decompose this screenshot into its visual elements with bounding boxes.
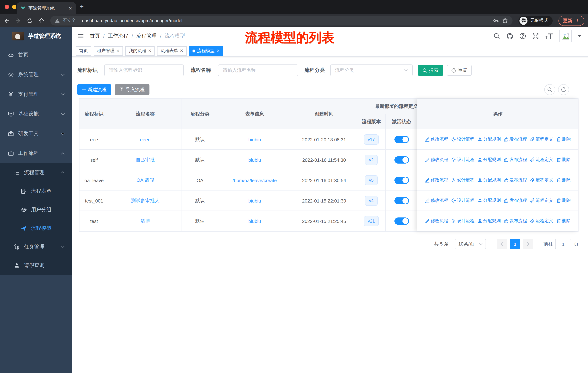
close-window-button[interactable]: [5, 5, 9, 9]
create-process-button[interactable]: 新建流程: [77, 84, 111, 95]
tag-tenant[interactable]: 租户管理✕: [94, 46, 123, 56]
publish-process-link[interactable]: 发布流程: [504, 197, 527, 204]
modify-process-link[interactable]: 修改流程: [425, 218, 448, 224]
delete-link[interactable]: 删除: [556, 157, 571, 163]
design-process-link[interactable]: 设计流程: [451, 218, 474, 224]
process-name-input[interactable]: 请输入流程名称: [218, 64, 298, 76]
active-toggle[interactable]: [394, 177, 409, 184]
cell-process-name[interactable]: 自己审批: [109, 150, 182, 170]
password-key-icon[interactable]: [493, 18, 499, 24]
sidebar-item-process-management[interactable]: 流程管理: [0, 163, 72, 182]
assign-rules-link[interactable]: 分配规则: [477, 218, 501, 224]
url-text[interactable]: dashboard.yudao.iocoder.cn/bpm/manager/m…: [82, 18, 490, 23]
security-label[interactable]: 不安全: [63, 18, 76, 24]
breadcrumb-item-process-management[interactable]: 流程管理: [136, 33, 157, 39]
import-process-button[interactable]: 导入流程: [115, 84, 149, 95]
cell-form-info[interactable]: biubiu: [218, 211, 291, 231]
github-icon[interactable]: [506, 33, 513, 40]
tab-close-icon[interactable]: ✕: [69, 6, 72, 11]
cell-process-name[interactable]: 测试多审批人: [109, 191, 182, 211]
search-button[interactable]: 搜索: [418, 65, 443, 76]
prev-page-button[interactable]: [497, 239, 507, 249]
new-tab-button[interactable]: +: [80, 3, 84, 10]
show-search-button[interactable]: [544, 84, 555, 95]
cell-form-info[interactable]: /bpm/oa/leave/create: [218, 170, 291, 191]
process-id-input[interactable]: 请输入流程标识: [104, 64, 184, 76]
sidebar-item-payment[interactable]: 支付管理: [0, 84, 72, 104]
process-definition-link[interactable]: 流程定义: [530, 157, 553, 163]
sidebar-item-system[interactable]: 系统管理: [0, 65, 72, 84]
update-browser-button[interactable]: 更新 ⋮: [558, 15, 584, 26]
assign-rules-link[interactable]: 分配规则: [477, 197, 501, 204]
bookmark-star-icon[interactable]: [502, 18, 508, 24]
breadcrumb-item-home[interactable]: 首页: [90, 33, 100, 39]
reload-icon[interactable]: [27, 18, 33, 23]
sidebar-item-home[interactable]: 首页: [0, 45, 72, 65]
design-process-link[interactable]: 设计流程: [451, 177, 474, 183]
tag-home[interactable]: 首页: [76, 46, 91, 56]
assign-rules-link[interactable]: 分配规则: [477, 157, 501, 163]
delete-link[interactable]: 删除: [556, 197, 571, 204]
tag-close-icon[interactable]: ✕: [116, 49, 120, 53]
browser-menu-dots-icon[interactable]: ⋮: [575, 18, 580, 23]
caret-down-icon[interactable]: [578, 35, 581, 37]
back-icon[interactable]: [4, 18, 10, 23]
fullscreen-icon[interactable]: [532, 33, 539, 39]
help-icon[interactable]: [519, 33, 526, 39]
delete-link[interactable]: 删除: [556, 177, 571, 183]
cell-process-name[interactable]: 滔博: [109, 211, 182, 231]
reset-button[interactable]: 重置: [447, 65, 472, 76]
next-page-button[interactable]: [523, 239, 533, 249]
page-size-select[interactable]: 10条/页: [455, 239, 486, 249]
home-icon[interactable]: [39, 18, 44, 23]
tag-close-icon[interactable]: ✕: [216, 49, 220, 53]
design-process-link[interactable]: 设计流程: [451, 197, 474, 204]
modify-process-link[interactable]: 修改流程: [425, 157, 448, 163]
refresh-table-button[interactable]: [558, 84, 569, 95]
process-definition-link[interactable]: 流程定义: [530, 218, 553, 224]
font-size-icon[interactable]: [545, 33, 553, 39]
publish-process-link[interactable]: 发布流程: [504, 136, 527, 142]
sidebar-item-process-form[interactable]: 流程表单: [0, 182, 72, 200]
modify-process-link[interactable]: 修改流程: [425, 136, 448, 142]
assign-rules-link[interactable]: 分配规则: [477, 136, 501, 142]
active-toggle[interactable]: [394, 197, 409, 204]
process-definition-link[interactable]: 流程定义: [530, 197, 553, 204]
cell-form-info[interactable]: biubiu: [218, 191, 291, 211]
sidebar-item-leave-query[interactable]: 请假查询: [0, 256, 72, 275]
tag-close-icon[interactable]: ✕: [148, 49, 151, 53]
process-category-select[interactable]: 流程分类: [330, 64, 413, 76]
avatar[interactable]: [559, 30, 572, 42]
active-toggle[interactable]: [394, 156, 409, 163]
tag-process-form[interactable]: 流程表单✕: [157, 46, 187, 56]
tag-close-icon[interactable]: ✕: [180, 49, 183, 53]
tag-my-process[interactable]: 我的流程✕: [126, 46, 155, 56]
cell-form-info[interactable]: biubiu: [218, 150, 291, 170]
browser-tab[interactable]: 芋道管理系统 ✕: [17, 2, 76, 14]
search-icon[interactable]: [494, 33, 500, 39]
sidebar-item-dev-tools[interactable]: 研发工具: [0, 124, 72, 143]
cell-process-name[interactable]: OA 请假: [109, 170, 182, 191]
sidebar-item-user-group[interactable]: 用户分组: [0, 200, 72, 219]
breadcrumb-item-workflow[interactable]: 工作流程: [108, 33, 128, 39]
address-bar[interactable]: 不安全 dashboard.yudao.iocoder.cn/bpm/manag…: [50, 16, 513, 26]
sidebar-item-workflow[interactable]: 工作流程: [0, 143, 72, 163]
app-logo-row[interactable]: 芋道管理系统: [0, 27, 72, 45]
forward-icon[interactable]: [15, 18, 21, 23]
delete-link[interactable]: 删除: [556, 136, 571, 142]
modify-process-link[interactable]: 修改流程: [425, 197, 448, 204]
active-toggle[interactable]: [394, 136, 409, 143]
page-number-current[interactable]: 1: [510, 239, 520, 249]
design-process-link[interactable]: 设计流程: [451, 157, 474, 163]
cell-form-info[interactable]: biubiu: [218, 129, 291, 150]
publish-process-link[interactable]: 发布流程: [504, 218, 527, 224]
minimize-window-button[interactable]: [12, 5, 16, 9]
publish-process-link[interactable]: 发布流程: [504, 177, 527, 183]
sidebar-item-task-management[interactable]: 任务管理: [0, 238, 72, 256]
process-definition-link[interactable]: 流程定义: [530, 136, 553, 142]
cell-process-name[interactable]: eeee: [109, 129, 182, 150]
delete-link[interactable]: 删除: [556, 218, 571, 224]
tag-process-model[interactable]: 流程模型✕: [189, 46, 223, 56]
assign-rules-link[interactable]: 分配规则: [477, 177, 501, 183]
sidebar-item-process-model[interactable]: 流程模型: [0, 219, 72, 238]
